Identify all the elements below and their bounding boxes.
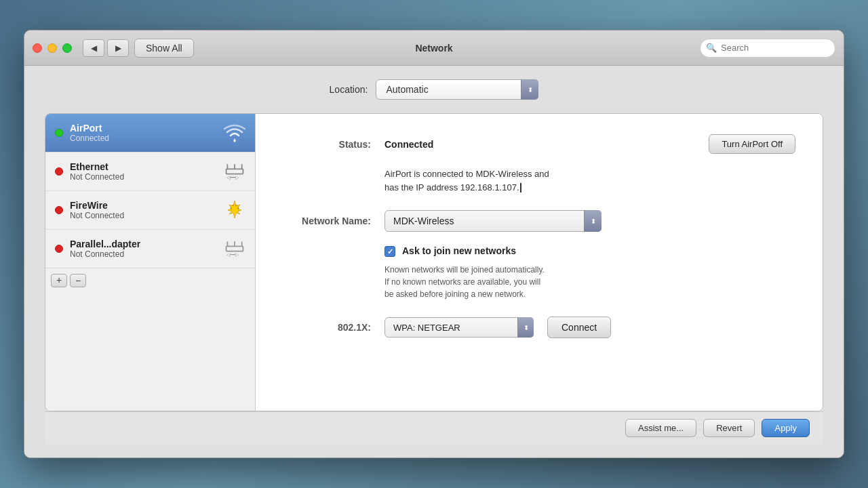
svg-rect-7 (226, 246, 243, 251)
firewire-status: Not Connected (70, 211, 217, 220)
forward-icon: ▶ (115, 43, 121, 53)
nav-buttons: ◀ ▶ (83, 39, 129, 57)
svg-marker-6 (228, 201, 241, 218)
firewire-status-dot (55, 206, 63, 214)
content-area: Location: Automatic Home Work ⬍ AirPort (24, 66, 844, 458)
location-label: Location: (330, 84, 368, 95)
parallel-text: Parallel...dapter Not Connected (70, 239, 217, 259)
status-field-label: Status: (283, 139, 371, 150)
dot8021x-select[interactable]: WPA: NETGEAR WPA2: NETGEAR None (384, 317, 534, 338)
sidebar-item-firewire[interactable]: FireWire Not Connected (45, 191, 255, 230)
titlebar: ◀ ▶ Show All Network 🔍 (24, 30, 844, 66)
add-network-button[interactable]: + (51, 274, 67, 287)
status-field-value: Connected (384, 139, 695, 150)
detail-panel: Status: Connected Turn AirPort Off AirPo… (256, 114, 823, 411)
network-window: ◀ ▶ Show All Network 🔍 Location: Automat… (24, 30, 844, 458)
back-button[interactable]: ◀ (83, 39, 104, 57)
status-row: Status: Connected Turn AirPort Off (283, 134, 795, 154)
ethernet-text: Ethernet Not Connected (70, 161, 217, 182)
parallel-name: Parallel...dapter (70, 239, 217, 249)
sidebar-item-airport[interactable]: AirPort Connected (45, 114, 255, 152)
minimize-button[interactable] (47, 43, 57, 53)
connection-info-text: AirPort is connected to MDK-Wireless and… (384, 167, 795, 194)
search-icon: 🔍 (706, 43, 717, 53)
parallel-icon: ◁━━▷ (224, 238, 245, 260)
revert-button[interactable]: Revert (703, 419, 755, 437)
sidebar-controls: + − (45, 268, 255, 293)
ask-join-label: Ask to join new networks (402, 245, 516, 256)
dot8021x-row: 802.1X: WPA: NETGEAR WPA2: NETGEAR None … (283, 317, 795, 338)
ask-join-checkbox[interactable] (384, 246, 395, 257)
dot8021x-select-wrapper: WPA: NETGEAR WPA2: NETGEAR None ⬍ (384, 317, 534, 338)
svg-text:◁━━▷: ◁━━▷ (226, 175, 239, 180)
network-name-label: Network Name: (283, 216, 371, 226)
airport-status: Connected (70, 134, 217, 143)
ask-join-row: Ask to join new networks (384, 245, 795, 257)
remove-network-button[interactable]: − (70, 274, 86, 287)
sidebar: AirPort Connected (45, 114, 256, 411)
close-button[interactable] (33, 43, 42, 53)
main-panel: AirPort Connected (45, 113, 823, 411)
airport-name: AirPort (70, 123, 217, 134)
search-box: 🔍 (700, 39, 835, 58)
show-all-button[interactable]: Show All (134, 39, 194, 58)
network-name-select-wrapper: MDK-Wireless NETGEAR Other... ⬍ (384, 210, 601, 232)
firewire-text: FireWire Not Connected (70, 200, 217, 220)
turn-airport-off-button[interactable]: Turn AirPort Off (709, 134, 795, 154)
dot8021x-label: 802.1X: (283, 322, 371, 333)
location-row: Location: Automatic Home Work ⬍ (45, 79, 823, 100)
bottom-bar: Assist me... Revert Apply (45, 411, 823, 444)
firewire-name: FireWire (70, 200, 217, 211)
apply-button[interactable]: Apply (762, 419, 810, 437)
maximize-button[interactable] (62, 43, 72, 53)
airport-status-dot (55, 129, 63, 137)
window-controls (33, 43, 72, 53)
location-select[interactable]: Automatic Home Work (376, 79, 538, 100)
sidebar-item-parallel[interactable]: Parallel...dapter Not Connected ◁━━▷ (45, 230, 255, 268)
parallel-status-dot (55, 245, 63, 253)
svg-text:◁━━▷: ◁━━▷ (226, 252, 239, 258)
parallel-status: Not Connected (70, 249, 217, 259)
ethernet-status: Not Connected (70, 172, 217, 182)
location-select-wrapper: Automatic Home Work ⬍ (376, 79, 538, 100)
airport-text: AirPort Connected (70, 123, 217, 143)
ethernet-status-dot (55, 167, 63, 176)
connect-button[interactable]: Connect (547, 317, 611, 338)
svg-rect-0 (226, 169, 243, 174)
search-input[interactable] (721, 43, 829, 53)
firewire-icon (224, 199, 245, 221)
forward-button[interactable]: ▶ (107, 39, 129, 57)
ask-join-description: Known networks will be joined automatica… (384, 264, 795, 300)
sidebar-item-ethernet[interactable]: Ethernet Not Connected ◁━━▷ (45, 152, 255, 191)
ethernet-name: Ethernet (70, 161, 217, 172)
ethernet-icon: ◁━━▷ (224, 161, 245, 182)
wifi-icon (224, 122, 245, 144)
network-name-row: Network Name: MDK-Wireless NETGEAR Other… (283, 210, 795, 232)
network-name-select[interactable]: MDK-Wireless NETGEAR Other... (384, 210, 601, 232)
assist-me-button[interactable]: Assist me... (625, 419, 696, 437)
window-title: Network (415, 43, 452, 54)
back-icon: ◀ (91, 43, 97, 53)
